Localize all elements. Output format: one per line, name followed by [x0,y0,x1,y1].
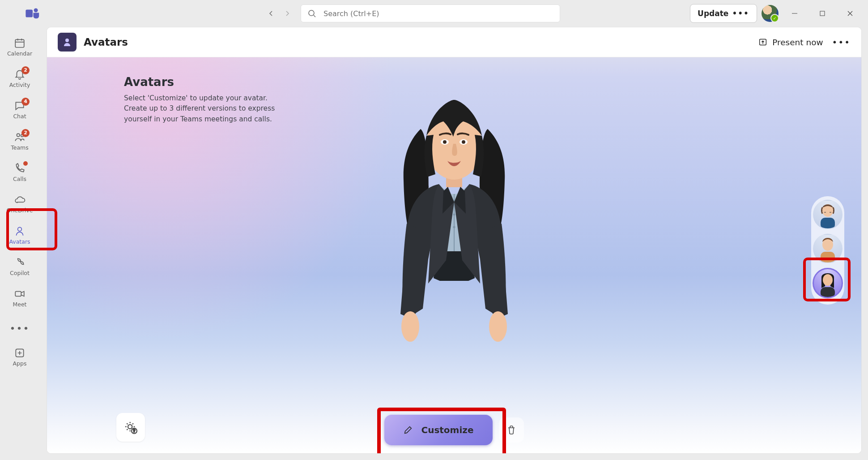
svg-point-23 [489,311,507,342]
profile-avatar[interactable] [762,5,779,22]
apps-add-icon [13,347,26,359]
svg-text:?: ? [133,428,135,433]
trash-icon [506,425,517,435]
svg-rect-25 [821,218,835,228]
svg-rect-27 [821,252,835,262]
svg-point-6 [17,133,20,137]
more-icon: ••• [732,9,749,18]
avatar-variant-selector [811,196,844,305]
sidebar-item-teams[interactable]: 2 Teams [4,125,36,156]
intro-body: Select 'Customize' to update your avatar… [124,93,276,125]
avatar-variant-3[interactable] [813,268,843,298]
avatar-settings-button[interactable]: ? [116,413,145,442]
avatar-variant-1[interactable] [813,200,842,229]
calls-dot [23,161,28,166]
svg-rect-4 [820,11,825,16]
avatar-preview [360,82,548,387]
svg-point-8 [18,227,22,231]
nav-back-button[interactable] [264,6,278,21]
sidebar-item-meet[interactable]: Meet [4,282,36,313]
svg-rect-29 [821,287,835,297]
svg-point-28 [823,274,833,286]
intro-title: Avatars [124,75,276,89]
avatars-app-tile-icon [58,33,77,52]
sidebar-item-apps[interactable]: Apps [4,341,36,372]
teams-app-icon [25,6,40,21]
delete-avatar-button[interactable] [499,417,524,443]
svg-point-11 [65,39,69,42]
sidebar-item-activity[interactable]: 2 Activity [4,63,36,93]
sidebar-item-onedrive[interactable]: OneDrive [4,188,36,219]
page-title: Avatars [84,36,128,48]
video-icon [13,288,26,300]
svg-point-18 [462,140,465,144]
bell-icon: 2 [13,68,26,81]
sidebar-item-chat[interactable]: 4 Chat [4,94,36,125]
customize-button[interactable]: Customize [384,415,493,445]
activity-badge: 2 [21,66,30,74]
phone-icon [13,162,26,175]
sidebar-item-calendar[interactable]: Calendar [4,31,36,62]
chat-badge: 4 [21,98,30,106]
gear-icon: ? [123,420,138,434]
sidebar-more-button[interactable]: ••• [4,317,36,340]
svg-point-1 [34,8,38,12]
present-now-button[interactable]: Present now [758,37,823,47]
chat-icon: 4 [13,99,26,112]
svg-point-17 [443,140,447,144]
svg-point-22 [401,311,419,342]
svg-point-30 [128,425,132,429]
svg-rect-9 [15,291,21,296]
present-icon [758,37,768,47]
svg-point-2 [309,10,314,16]
svg-rect-5 [15,39,24,47]
window-maximize-button[interactable] [811,4,834,22]
update-button[interactable]: Update ••• [690,4,757,23]
search-placeholder: Search (Ctrl+E) [323,9,379,18]
presence-available-icon [770,14,779,22]
svg-point-21 [453,226,455,228]
sidebar-item-avatars[interactable]: Avatars [4,219,36,250]
calendar-icon [13,37,26,49]
avatar-variant-2[interactable] [813,234,842,263]
cloud-icon [13,193,26,206]
window-close-button[interactable] [838,4,862,22]
pencil-icon [403,425,413,435]
window-minimize-button[interactable] [783,4,806,22]
search-icon [307,9,316,18]
nav-forward-button[interactable] [280,6,294,21]
search-input[interactable]: Search (Ctrl+E) [301,4,560,22]
teams-badge: 2 [21,129,30,137]
svg-point-20 [453,214,455,216]
sidebar-item-copilot[interactable]: Copilot [4,251,36,281]
svg-rect-0 [26,10,33,17]
sidebar-item-calls[interactable]: Calls [4,157,36,187]
people-icon: 2 [13,131,26,143]
header-more-button[interactable]: ••• [832,37,851,47]
avatar-icon [13,225,26,237]
copilot-icon [13,256,26,269]
